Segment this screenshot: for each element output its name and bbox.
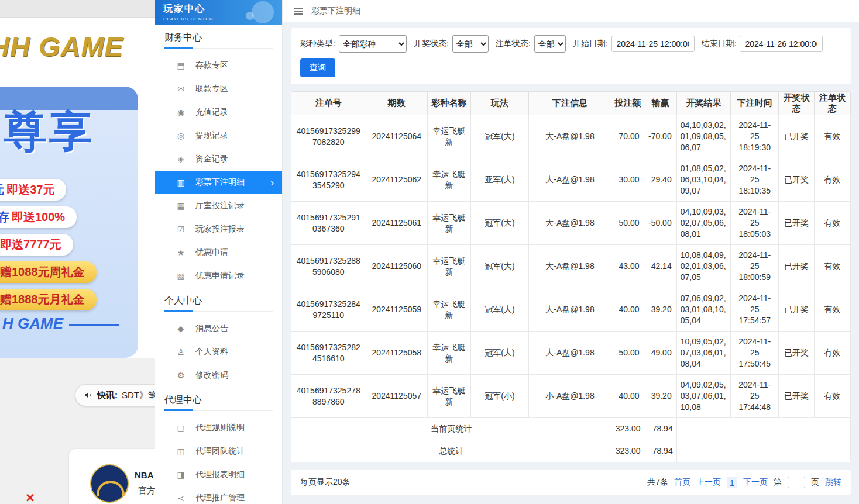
sidebar-menu-item[interactable]: ▧ 优惠申请记录 ›	[155, 264, 282, 288]
sidebar-menu-item[interactable]: ▢ 代理规则说明 ›	[155, 416, 282, 440]
sidebar-menu-item[interactable]: ▤ 存款专区 ›	[155, 54, 282, 77]
promo-badge-prefix: 首存	[0, 210, 9, 223]
sidebar-menu-item[interactable]: ◨ 代理报表明细 ›	[155, 463, 282, 486]
sidebar-menu-item[interactable]: ☑ 玩家投注报表 ›	[155, 218, 282, 241]
cell-period: 20241125057	[366, 375, 427, 418]
bet-table-panel: 注单号 期数 彩种名称 玩法 下注信息 投注额 输赢 开奖结果 下注时间 开奖状…	[291, 91, 851, 462]
promo-badge: 加赠1888元月礼金	[0, 289, 97, 310]
sidebar-menu-item[interactable]: ▥ 彩票下注明细 ›	[155, 171, 282, 194]
team-logo-icon	[90, 464, 129, 503]
promo-badge-text: 加赠1088元周礼金	[0, 265, 85, 278]
promo-badge: 注即送7777元	[0, 234, 73, 256]
cell-amount: 30.00	[611, 158, 644, 202]
filter-panel: 彩种类型: 全部彩种 开奖状态: 全部 注单状态:	[291, 28, 851, 84]
promo-badge: 加赠1088元周礼金	[0, 261, 97, 283]
col-period: 期数	[366, 92, 427, 115]
cell-result: 10,09,05,02,07,03,06,01,08,04	[676, 332, 730, 375]
promo-badge-text: 即送100%	[12, 210, 65, 223]
sidebar-menu-item[interactable]: ◫ 代理团队统计 ›	[155, 440, 282, 463]
menu-item-icon: ◈	[176, 154, 185, 164]
start-date-input[interactable]	[611, 36, 695, 52]
sidebar-menu-item[interactable]: ⚙ 修改密码 ›	[155, 364, 282, 387]
team-subtitle: 官方	[138, 485, 155, 496]
site-logo: HH GAME	[0, 30, 123, 63]
sidebar-menu-item[interactable]: ◎ 提现记录 ›	[155, 124, 282, 147]
menu-item-label: 存款专区	[195, 60, 228, 71]
col-time: 下注时间	[731, 92, 779, 115]
menu-item-label: 厅室投注记录	[195, 201, 245, 211]
sidebar-menu-item[interactable]: ◈ 资金记录 ›	[155, 147, 282, 171]
jump-button[interactable]: 跳转	[825, 477, 841, 488]
menu-item-label: 修改密码	[195, 370, 228, 381]
lottery-type-label: 彩种类型:	[300, 39, 335, 49]
section-personal-center: 个人中心	[155, 288, 282, 317]
section-label: 代理中心	[164, 395, 202, 405]
sidebar-menu-item[interactable]: ▦ 厅室投注记录 ›	[155, 194, 282, 218]
menu-item-icon: ≺	[176, 493, 185, 503]
chevron-right-icon: ›	[270, 177, 274, 188]
cell-draw-status: 已开奖	[779, 288, 814, 332]
sidebar-menu-item[interactable]: ◉ 充值记录 ›	[155, 101, 282, 124]
menu-item-label: 消息公告	[195, 323, 228, 334]
cell-draw-status: 已开奖	[779, 202, 814, 245]
next-page-link[interactable]: 下一页	[743, 477, 768, 488]
cell-play: 冠军(大)	[471, 245, 528, 288]
total-summary-win: 78.94	[644, 440, 676, 462]
col-order-id: 注单号	[291, 92, 366, 115]
close-icon[interactable]: ×	[26, 490, 35, 504]
section-agent-center: 代理中心	[155, 387, 282, 416]
first-page-link[interactable]: 首页	[674, 477, 690, 488]
current-page[interactable]: 1	[727, 477, 737, 488]
page-summary-row: 当前页统计 323.00 78.94	[291, 418, 851, 440]
sidebar-menu-item[interactable]: ✉ 取款专区 ›	[155, 77, 282, 101]
sidebar-menu-item[interactable]: ◆ 消息公告 ›	[155, 317, 282, 340]
jump-page-input[interactable]	[788, 477, 805, 488]
cell-order-status: 有效	[814, 202, 850, 245]
promo-badge-text: 即送37元	[6, 183, 54, 196]
cell-result: 04,10,09,03,02,07,05,06,08,01	[676, 202, 730, 245]
cell-order-id: 401569173252824516610	[291, 332, 366, 375]
lottery-type-select[interactable]: 全部彩种	[339, 35, 407, 53]
cell-lottery: 幸运飞艇新	[427, 245, 470, 288]
menu-item-label: 优惠申请	[195, 247, 228, 258]
menu-item-label: 资金记录	[195, 154, 228, 164]
table-row: 401569173252849725110 20241125059 幸运飞艇新 …	[291, 288, 851, 332]
menu-item-icon: ☑	[176, 225, 185, 234]
table-row: 401569173252943545290 20241125062 幸运飞艇新 …	[291, 158, 851, 202]
per-page-text: 每页显示20条	[300, 477, 351, 488]
promo-hero-title: 尊享	[4, 103, 95, 161]
cell-bet-info: 小-A盘@1.98	[528, 375, 611, 418]
sidebar-menu-item[interactable]: ≺ 代理推广管理 ›	[155, 486, 282, 504]
sidebar-menu-item[interactable]: ♙ 个人资料 ›	[155, 340, 282, 364]
cell-play: 冠军(大)	[471, 332, 528, 375]
end-date-input[interactable]	[740, 36, 823, 52]
cell-amount: 40.00	[611, 288, 644, 332]
col-lottery: 彩种名称	[427, 92, 470, 115]
draw-status-label: 开奖状态:	[414, 39, 449, 49]
table-row: 401569173252997082820 20241125064 幸运飞艇新 …	[291, 115, 851, 158]
start-date-label: 开始日期:	[573, 39, 608, 49]
cell-time: 2024-11-25 18:00:59	[731, 245, 779, 288]
total-count: 共7条	[647, 477, 668, 488]
marquee-label: 快讯:	[97, 390, 118, 401]
sidebar-menu-item[interactable]: ★ 优惠申请 ›	[155, 241, 282, 264]
cell-win: 42.14	[644, 245, 676, 288]
table-body: 401569173252997082820 20241125064 幸运飞艇新 …	[291, 115, 851, 418]
order-status-select[interactable]: 全部	[534, 35, 566, 53]
cell-draw-status: 已开奖	[779, 245, 814, 288]
col-order-status: 注单状态	[814, 92, 850, 115]
cell-play: 冠军(小)	[471, 375, 528, 418]
menu-item-icon: ✉	[176, 84, 185, 94]
menu-toggle-icon[interactable]	[294, 8, 303, 15]
prev-page-link[interactable]: 上一页	[696, 477, 721, 488]
menu-item-label: 代理团队统计	[195, 446, 245, 457]
menu-item-icon: ▢	[176, 423, 185, 433]
cell-time: 2024-11-25 18:19:30	[731, 115, 779, 158]
main-header: 彩票下注明细	[283, 0, 859, 22]
draw-status-select[interactable]: 全部	[452, 35, 489, 53]
menu-item-label: 优惠申请记录	[195, 271, 245, 281]
col-win: 输赢	[644, 92, 676, 115]
cell-win: -70.00	[644, 115, 676, 158]
search-button[interactable]: 查询	[300, 58, 335, 77]
cell-win: 39.20	[644, 375, 676, 418]
